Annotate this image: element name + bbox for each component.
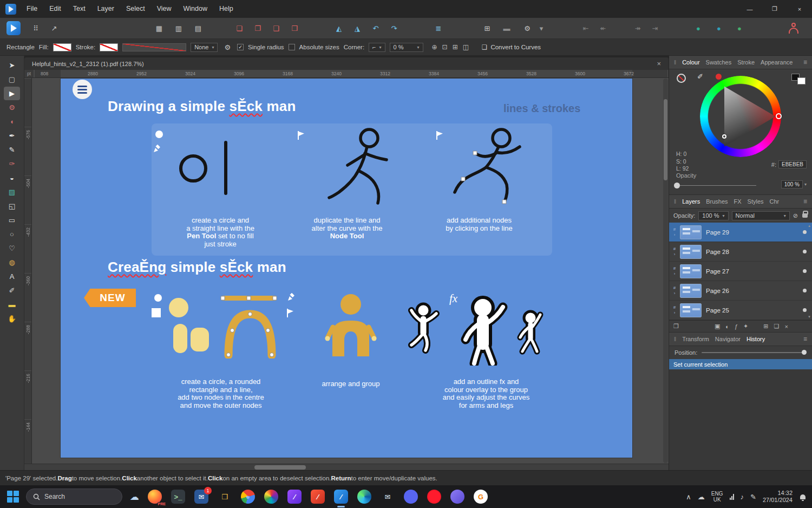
- menu-item[interactable]: File: [21, 0, 43, 18]
- layer-opacity-dropdown[interactable]: 100 %▾: [698, 211, 728, 220]
- terminal-icon[interactable]: >_: [171, 490, 185, 504]
- box-centre-icon[interactable]: ⊡: [442, 43, 448, 51]
- close-button[interactable]: ×: [787, 0, 812, 18]
- ruler-unit-label[interactable]: pt: [24, 70, 34, 77]
- no-colour-icon[interactable]: [677, 74, 686, 83]
- history-position-slider[interactable]: [702, 352, 807, 353]
- snap-axis-icon[interactable]: ▥: [172, 22, 185, 35]
- opacity-slider-knob[interactable]: [674, 183, 680, 188]
- file-explorer-icon[interactable]: ❒: [218, 490, 232, 504]
- tab-colour[interactable]: Colour: [682, 59, 699, 66]
- insert-behind-icon[interactable]: ❏: [233, 22, 246, 35]
- flip-horizontal-icon[interactable]: ◭: [332, 22, 345, 35]
- persona-pixel-icon[interactable]: ●: [692, 22, 705, 35]
- layer-row-page-26[interactable]: #› Page 26: [669, 281, 812, 301]
- designer-persona-icon[interactable]: [6, 21, 21, 35]
- document-page[interactable]: Drawing a simple sĚck man lines & stroke…: [61, 79, 632, 458]
- move-tool[interactable]: ➤: [4, 58, 20, 72]
- taskbar-clock[interactable]: 14:3227/01/2024: [763, 490, 793, 504]
- weather-icon[interactable]: ☁: [130, 491, 139, 503]
- alignment-icon[interactable]: ≣: [432, 22, 445, 35]
- absolute-sizes-checkbox[interactable]: [289, 44, 295, 50]
- visibility-dot[interactable]: [803, 308, 807, 312]
- insert-inside-icon[interactable]: ❐: [251, 22, 264, 35]
- menu-item[interactable]: Edit: [43, 0, 67, 18]
- photos-app-icon[interactable]: [264, 490, 278, 504]
- layer-list-scroll[interactable]: ▴▾: [807, 224, 811, 319]
- tab-fx[interactable]: FX: [734, 198, 742, 205]
- fill-gradient-tool[interactable]: ◒: [4, 171, 20, 185]
- ellipse-tool[interactable]: ○: [4, 227, 20, 241]
- taskbar-search[interactable]: Search: [26, 489, 122, 505]
- snap-candidates-icon[interactable]: ▤: [192, 22, 205, 35]
- pen-input-icon[interactable]: ✎: [750, 493, 756, 501]
- rotate-ccw-icon[interactable]: ↶: [369, 22, 382, 35]
- canvas[interactable]: -576-504-432-360-288-216-144 Drawing a s…: [24, 78, 669, 464]
- pen-tool[interactable]: ✒: [4, 129, 20, 142]
- persona-photo-icon[interactable]: ●: [733, 22, 746, 35]
- tab-history[interactable]: History: [746, 336, 765, 342]
- convert-to-curves-button[interactable]: ❑ Convert to Curves: [479, 42, 544, 52]
- visibility-dot[interactable]: [803, 230, 807, 234]
- firefox-icon[interactable]: PRE: [148, 490, 162, 504]
- selection-tool[interactable]: ▶: [4, 87, 20, 100]
- layer-row-page-29[interactable]: #› Page 29: [669, 223, 812, 242]
- outlook-icon[interactable]: ✉ 1: [194, 490, 208, 504]
- contour-tool[interactable]: ◖: [4, 115, 20, 128]
- hex-input[interactable]: EBEBEB: [778, 160, 807, 168]
- menu-item[interactable]: Window: [178, 0, 213, 18]
- app-icon[interactable]: [5, 4, 16, 15]
- mail-icon[interactable]: ✉: [381, 490, 395, 504]
- affinity-publisher-icon[interactable]: ∕: [311, 490, 325, 504]
- panel-grip-icon[interactable]: ‖: [674, 336, 676, 342]
- snapping-toggle-icon[interactable]: ▬: [500, 22, 513, 35]
- minimize-button[interactable]: —: [737, 0, 762, 18]
- network-icon[interactable]: [730, 494, 734, 500]
- order-forward-icon[interactable]: ↠: [631, 22, 644, 35]
- my-account-icon[interactable]: [787, 22, 800, 35]
- visibility-dot[interactable]: [803, 250, 807, 253]
- tab-appearance[interactable]: Appearance: [761, 59, 793, 66]
- notification-bell-icon[interactable]: [800, 494, 806, 499]
- order-back-icon[interactable]: ⇤: [579, 22, 592, 35]
- add-layer-icon[interactable]: ⊞: [763, 323, 768, 330]
- chrome-icon[interactable]: ●: [241, 490, 255, 504]
- box-grid-icon[interactable]: ◫: [463, 43, 469, 51]
- expand-chevron-icon[interactable]: ›: [674, 232, 676, 237]
- visibility-dot[interactable]: [803, 289, 807, 292]
- layer-thumbnail[interactable]: [680, 245, 702, 259]
- layer-row-page-27[interactable]: #› Page 27: [669, 262, 812, 281]
- edge-icon[interactable]: [357, 490, 371, 504]
- tray-expand-icon[interactable]: ∧: [686, 493, 691, 501]
- tab-styles[interactable]: Styles: [748, 198, 764, 205]
- snapping-icon[interactable]: ⊞: [481, 22, 494, 35]
- discord-icon[interactable]: [404, 490, 418, 504]
- layer-thumbnail[interactable]: [680, 303, 702, 317]
- lock-icon[interactable]: [802, 213, 808, 218]
- export-icon[interactable]: ↗: [48, 22, 61, 35]
- visibility-dot[interactable]: [803, 269, 807, 273]
- expand-chevron-icon[interactable]: ›: [674, 252, 676, 257]
- layer-effects-icon[interactable]: ✦: [743, 323, 748, 330]
- stroke-options-icon[interactable]: ⚙: [222, 43, 233, 51]
- order-backward-icon[interactable]: ↞: [597, 22, 610, 35]
- blend-mode-dropdown[interactable]: Normal▾: [732, 211, 790, 220]
- document-tab[interactable]: Helpful_hints_v2_1_2312 (1).pdf (128.7%)…: [24, 57, 669, 70]
- hamburger-menu-icon[interactable]: [73, 80, 92, 99]
- assistant-caret-icon[interactable]: ▾: [535, 22, 548, 35]
- panel-menu-icon[interactable]: ≡: [803, 335, 807, 343]
- box-edges-icon[interactable]: ⊞: [453, 43, 458, 51]
- edit-embedded-icon[interactable]: ❒: [288, 22, 301, 35]
- stepper-icons[interactable]: ▾: [804, 182, 807, 187]
- horizontal-scrollbar[interactable]: [24, 464, 669, 470]
- vertical-ruler[interactable]: -576-504-432-360-288-216-144: [24, 78, 32, 464]
- language-indicator[interactable]: ENGUK: [711, 491, 723, 503]
- tab-character[interactable]: Chr: [770, 198, 780, 205]
- panel-grip-icon[interactable]: ‖: [674, 60, 676, 66]
- order-front-icon[interactable]: ⇥: [649, 22, 662, 35]
- live-filter-icon[interactable]: ƒ: [735, 323, 738, 330]
- pencil-tool[interactable]: ✎: [4, 143, 20, 157]
- rectangle-tool[interactable]: ▭: [4, 213, 20, 227]
- blend-options-icon[interactable]: ⊘: [793, 212, 798, 219]
- single-radius-checkbox[interactable]: ✓: [237, 44, 244, 50]
